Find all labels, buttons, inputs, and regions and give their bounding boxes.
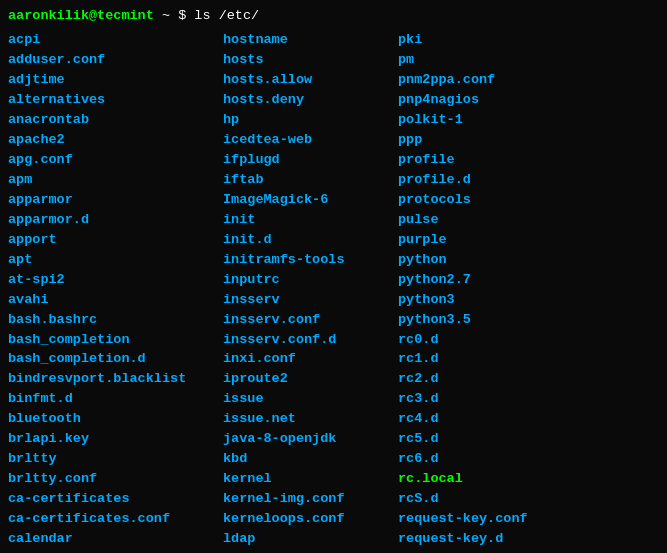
file-entry: apache2 xyxy=(8,130,213,150)
file-entry: request-key.conf xyxy=(398,509,548,529)
file-entry: ca-certificates.conf xyxy=(8,509,213,529)
file-entry: bash_completion.d xyxy=(8,349,213,369)
file-entry: pki xyxy=(398,30,548,50)
file-entry: bash.bashrc xyxy=(8,310,213,330)
file-entry: kbd xyxy=(223,449,388,469)
file-entry: ca-certificates xyxy=(8,489,213,509)
file-entry: brlapi.key xyxy=(8,429,213,449)
file-entry: kernel xyxy=(223,469,388,489)
file-entry: profile xyxy=(398,150,548,170)
file-entry: binfmt.d xyxy=(8,389,213,409)
file-entry: adduser.conf xyxy=(8,50,213,70)
file-entry: alternatives xyxy=(8,90,213,110)
file-entry: calendar xyxy=(8,529,213,549)
file-entry: acpi xyxy=(8,30,213,50)
file-entry: hostname xyxy=(223,30,388,50)
file-entry: insserv xyxy=(223,290,388,310)
file-entry: ldap xyxy=(223,529,388,549)
file-entry: bindresvport.blacklist xyxy=(8,369,213,389)
file-entry: ld.so.cache xyxy=(223,549,388,553)
file-entry: brltty.conf xyxy=(8,469,213,489)
prompt-username: aaronkilik@tecmint xyxy=(8,8,154,23)
file-entry: rc5.d xyxy=(398,429,548,449)
prompt-separator: ~ $ xyxy=(154,8,195,23)
file-entry: avahi xyxy=(8,290,213,310)
file-entry: python2.7 xyxy=(398,270,548,290)
file-entry: rc6.d xyxy=(398,449,548,469)
file-entry: rc2.d xyxy=(398,369,548,389)
file-entry: rcS.d xyxy=(398,489,548,509)
file-entry: ifplugd xyxy=(223,150,388,170)
prompt-command: ls /etc/ xyxy=(194,8,259,23)
file-entry: apg.conf xyxy=(8,150,213,170)
file-entry: issue.net xyxy=(223,409,388,429)
file-entry: rc.local xyxy=(398,469,548,489)
file-entry: pnm2ppa.conf xyxy=(398,70,548,90)
file-entry: insserv.conf.d xyxy=(223,330,388,350)
file-entry: iproute2 xyxy=(223,369,388,389)
file-entry: pulse xyxy=(398,210,548,230)
file-entry: apparmor.d xyxy=(8,210,213,230)
terminal-window: aaronkilik@tecmint ~ $ ls /etc/ acpiaddu… xyxy=(8,6,659,553)
file-column-2: hostnamehostshosts.allowhosts.denyhpiced… xyxy=(223,30,398,553)
file-entry: adjtime xyxy=(8,70,213,90)
file-entry: bluetooth xyxy=(8,409,213,429)
file-entry: polkit-1 xyxy=(398,110,548,130)
file-entry: ImageMagick-6 xyxy=(223,190,388,210)
file-column-1: acpiadduser.confadjtimealternativesanacr… xyxy=(8,30,223,553)
file-entry: icedtea-web xyxy=(223,130,388,150)
file-entry: casper.conf xyxy=(8,549,213,553)
file-entry: brltty xyxy=(8,449,213,469)
file-entry: hosts xyxy=(223,50,388,70)
file-column-3: pkipmpnm2ppa.confpnp4nagiospolkit-1ppppr… xyxy=(398,30,558,553)
file-entry: iftab xyxy=(223,170,388,190)
file-entry: rc1.d xyxy=(398,349,548,369)
file-entry: insserv.conf xyxy=(223,310,388,330)
file-entry: python3.5 xyxy=(398,310,548,330)
file-entry: at-spi2 xyxy=(8,270,213,290)
file-entry: java-8-openjdk xyxy=(223,429,388,449)
file-entry: purple xyxy=(398,230,548,250)
file-entry: profile.d xyxy=(398,170,548,190)
file-entry: hp xyxy=(223,110,388,130)
file-entry: kerneloops.conf xyxy=(223,509,388,529)
file-entry: hosts.deny xyxy=(223,90,388,110)
file-entry: apparmor xyxy=(8,190,213,210)
file-entry: inxi.conf xyxy=(223,349,388,369)
file-entry: apm xyxy=(8,170,213,190)
file-entry: anacrontab xyxy=(8,110,213,130)
file-entry: ppp xyxy=(398,130,548,150)
file-entry: resolvconf xyxy=(398,549,548,553)
file-entry: rc4.d xyxy=(398,409,548,429)
file-entry: request-key.d xyxy=(398,529,548,549)
file-entry: bash_completion xyxy=(8,330,213,350)
file-entry: kernel-img.conf xyxy=(223,489,388,509)
file-entry: initramfs-tools xyxy=(223,250,388,270)
file-entry: pnp4nagios xyxy=(398,90,548,110)
file-entry: apport xyxy=(8,230,213,250)
file-entry: issue xyxy=(223,389,388,409)
file-entry: inputrc xyxy=(223,270,388,290)
file-entry: rc3.d xyxy=(398,389,548,409)
file-entry: pm xyxy=(398,50,548,70)
file-entry: init xyxy=(223,210,388,230)
file-entry: init.d xyxy=(223,230,388,250)
file-entry: rc0.d xyxy=(398,330,548,350)
file-entry: python3 xyxy=(398,290,548,310)
file-entry: python xyxy=(398,250,548,270)
terminal-prompt: aaronkilik@tecmint ~ $ ls /etc/ xyxy=(8,6,659,26)
file-entry: protocols xyxy=(398,190,548,210)
file-entry: hosts.allow xyxy=(223,70,388,90)
file-listing: acpiadduser.confadjtimealternativesanacr… xyxy=(8,30,659,553)
file-entry: apt xyxy=(8,250,213,270)
